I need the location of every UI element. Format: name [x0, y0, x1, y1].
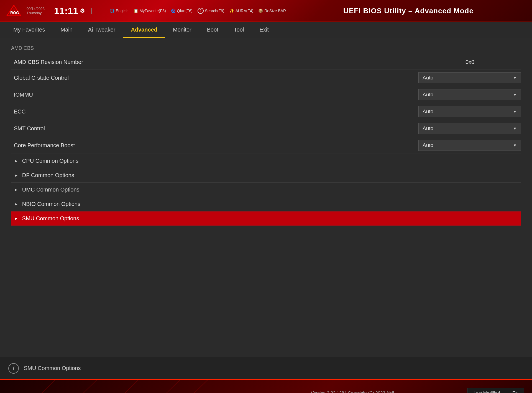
setting-row-cstate: Global C-state ControlAuto▼ [11, 69, 521, 86]
top-bar: ROG 09/14/2023 Thursday 11:11 ⚙ | 🌐 Engl… [0, 0, 532, 22]
footer-right: Last Modified Ez [467, 388, 524, 393]
submenu-arrow-umc-common: ► [14, 187, 18, 192]
footer-version: Version 2.22.1284 Copyright (C) 2023 AMI [238, 391, 467, 393]
dropdown-value-smt: Auto [423, 125, 433, 131]
svg-line-5 [111, 380, 139, 393]
submenu-nbio-common[interactable]: ► NBIO Common Options [11, 197, 521, 211]
date-label: 09/14/2023 [27, 7, 45, 11]
nav-tab-favorites[interactable]: My Favorites [6, 22, 53, 38]
time-text: 11:11 [54, 6, 78, 15]
setting-label-cpb: Core Performance Boost [11, 142, 418, 149]
info-text: SMU Common Options [24, 365, 81, 371]
aura-icon: ✨ [229, 9, 234, 13]
dropdown-value-cstate: Auto [423, 75, 433, 81]
settings-gear-icon[interactable]: ⚙ [80, 8, 85, 14]
setting-dropdown-cstate[interactable]: Auto▼ [418, 72, 521, 83]
dropdown-value-ecc: Auto [423, 108, 433, 115]
rog-logo: ROG [6, 4, 22, 18]
submenu-df-common[interactable]: ► DF Common Options [11, 168, 521, 183]
dropdown-value-cpb: Auto [423, 142, 433, 148]
setting-row-smt: SMT ControlAuto▼ [11, 120, 521, 137]
setting-label-ecc: ECC [11, 108, 418, 115]
top-icons: 🌐 English 📋 MyFavorite(F3) 🌀 Qfan(F6) ? … [110, 8, 286, 14]
nav-tab-main[interactable]: Main [53, 22, 80, 38]
submenu-label-umc-common: UMC Common Options [22, 187, 80, 193]
submenu-label-cpu-common: CPU Common Options [22, 158, 78, 164]
dropdown-arrow-cstate: ▼ [513, 76, 517, 80]
svg-line-6 [152, 380, 180, 393]
resizebar-icon: 📦 [258, 9, 263, 13]
nav-tab-boot[interactable]: Boot [199, 22, 226, 38]
resizebar-btn[interactable]: 📦 ReSize BAR [258, 9, 286, 13]
setting-dropdown-ecc[interactable]: Auto▼ [418, 106, 521, 117]
dropdown-arrow-cpb: ▼ [513, 143, 517, 148]
setting-dropdown-iommu[interactable]: Auto▼ [418, 89, 521, 100]
bios-title: UEFI BIOS Utility – Advanced Mode [343, 7, 474, 15]
setting-label-iommu: IOMMU [11, 92, 418, 98]
english-label: English [116, 9, 129, 13]
setting-row-revision: AMD CBS Revision Number0x0 [11, 55, 521, 69]
submenu-umc-common[interactable]: ► UMC Common Options [11, 183, 521, 197]
svg-line-3 [28, 380, 55, 393]
svg-line-7 [180, 380, 208, 393]
aura-label: AURA(F4) [236, 9, 254, 13]
aura-btn[interactable]: ✨ AURA(F4) [229, 9, 254, 13]
nav-tab-advanced[interactable]: Advanced [123, 22, 165, 38]
last-modified-btn[interactable]: Last Modified [467, 388, 506, 393]
submenu-arrow-df-common: ► [14, 173, 18, 178]
dropdown-arrow-ecc: ▼ [513, 109, 517, 114]
resizebar-label: ReSize BAR [264, 9, 286, 13]
submenu-label-df-common: DF Common Options [22, 172, 74, 179]
submenu-arrow-cpu-common: ► [14, 159, 18, 164]
nav-tab-aitweaker[interactable]: Ai Tweaker [80, 22, 123, 38]
setting-label-revision: AMD CBS Revision Number [11, 59, 466, 65]
nav-tabs: My FavoritesMainAi TweakerAdvancedMonito… [0, 22, 532, 38]
qfan-btn[interactable]: 🌀 Qfan(F6) [171, 9, 193, 13]
main-content: AMD CBS AMD CBS Revision Number0x0Global… [0, 38, 532, 357]
time-display: 11:11 ⚙ [54, 6, 85, 15]
section-label: AMD CBS [11, 44, 521, 53]
fan-icon: 🌀 [171, 9, 176, 13]
divider: | [91, 7, 93, 14]
datetime-block: 09/14/2023 Thursday [27, 7, 45, 15]
myfavorite-label: MyFavorite(F3) [140, 9, 166, 13]
setting-value-revision: 0x0 [466, 59, 521, 65]
submenu-arrow-nbio-common: ► [14, 202, 18, 207]
submenu-smu-common[interactable]: ► SMU Common Options [11, 211, 521, 226]
setting-label-smt: SMT Control [11, 125, 418, 132]
footer: Version 2.22.1284 Copyright (C) 2023 AMI… [0, 379, 532, 393]
info-icon: i [8, 363, 19, 374]
english-btn[interactable]: 🌐 English [110, 9, 129, 13]
dropdown-arrow-smt: ▼ [513, 126, 517, 131]
dropdown-arrow-iommu: ▼ [513, 92, 517, 97]
question-icon: ? [198, 8, 204, 14]
globe-icon: 🌐 [110, 9, 114, 13]
setting-row-iommu: IOMMUAuto▼ [11, 86, 521, 103]
setting-row-cpb: Core Performance BoostAuto▼ [11, 137, 521, 154]
ez-mode-btn[interactable]: Ez [506, 388, 524, 393]
setting-dropdown-smt[interactable]: Auto▼ [418, 123, 521, 134]
submenu-label-nbio-common: NBIO Common Options [22, 201, 80, 207]
svg-line-4 [69, 380, 97, 393]
myfavorite-btn[interactable]: 📋 MyFavorite(F3) [134, 9, 166, 13]
nav-tab-monitor[interactable]: Monitor [165, 22, 199, 38]
qfan-label: Qfan(F6) [177, 9, 193, 13]
favorites-icon: 📋 [134, 9, 138, 13]
setting-label-cstate: Global C-state Control [11, 75, 418, 81]
nav-tab-exit[interactable]: Exit [252, 22, 277, 38]
setting-row-ecc: ECCAuto▼ [11, 103, 521, 120]
info-box: i SMU Common Options [0, 357, 532, 379]
submenu-cpu-common[interactable]: ► CPU Common Options [11, 154, 521, 168]
submenu-arrow-smu-common: ► [14, 216, 18, 221]
setting-dropdown-cpb[interactable]: Auto▼ [418, 140, 521, 151]
dropdown-value-iommu: Auto [423, 92, 433, 98]
day-label: Thursday [27, 11, 42, 15]
submenu-label-smu-common: SMU Common Options [22, 215, 79, 222]
search-label: Search(F9) [205, 9, 224, 13]
search-btn[interactable]: ? Search(F9) [198, 8, 224, 14]
nav-tab-tool[interactable]: Tool [226, 22, 252, 38]
svg-text:ROG: ROG [10, 11, 19, 15]
